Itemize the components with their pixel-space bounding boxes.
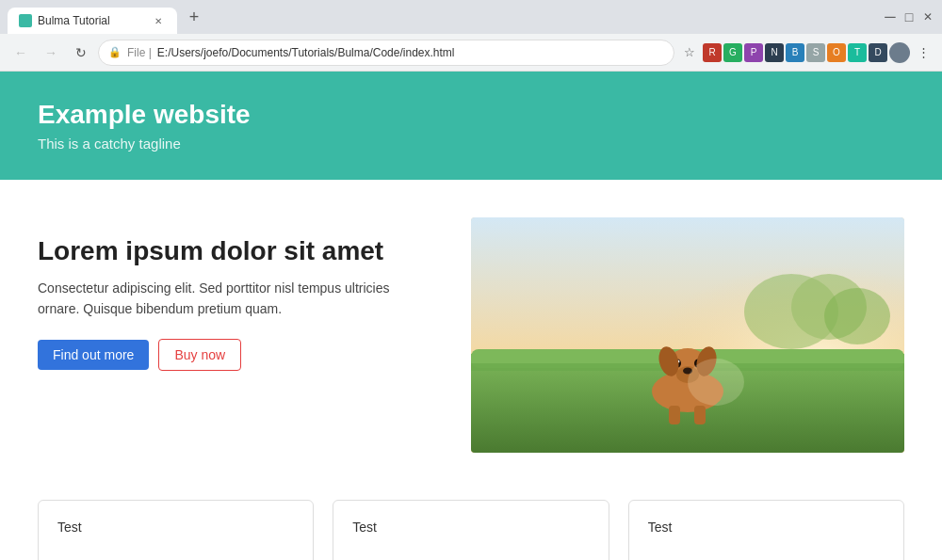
content-left: Lorem ipsum dolor sit amet Consectetur a…	[38, 217, 433, 371]
content-text: Consectetur adipiscing elit. Sed porttit…	[38, 278, 433, 320]
svg-point-20	[688, 359, 744, 406]
toolbar-right-icons: ☆ R G P N B S O T D ⋮	[678, 41, 934, 64]
button-group: Find out more Buy now	[38, 339, 433, 371]
ext-icon-9[interactable]: D	[869, 43, 887, 62]
main-content: Lorem ipsum dolor sit amet Consectetur a…	[0, 180, 942, 481]
card-1-label: Test	[57, 520, 82, 535]
ext-icon-3[interactable]: P	[744, 43, 763, 62]
ext-icon-7[interactable]: O	[827, 43, 846, 62]
hero-title: Example website	[38, 100, 904, 130]
find-out-more-button[interactable]: Find out more	[38, 340, 149, 370]
card-3-label: Test	[648, 520, 673, 535]
more-options-button[interactable]: ⋮	[912, 41, 934, 64]
browser-titlebar: Bulma Tutorial ✕ + ─ □ ✕	[0, 0, 942, 34]
card-2: Test	[333, 500, 609, 560]
browser-toolbar: ← → ↻ 🔒 File | E:/Users/joefo/Documents/…	[0, 34, 942, 72]
tab-close-button[interactable]: ✕	[151, 13, 166, 28]
dog-image-svg	[471, 217, 904, 453]
tab-title: Bulma Tutorial	[38, 14, 145, 27]
buy-now-button[interactable]: Buy now	[158, 339, 241, 371]
close-button[interactable]: ✕	[921, 10, 934, 24]
ext-icon-2[interactable]: G	[723, 43, 742, 62]
content-right	[471, 217, 904, 453]
svg-point-4	[824, 288, 890, 344]
minimize-button[interactable]: ─	[884, 10, 897, 24]
ext-icon-4[interactable]: N	[765, 43, 784, 62]
forward-button[interactable]: →	[38, 40, 64, 66]
extension-icons: R G P N B S O T D	[703, 43, 887, 62]
back-button[interactable]: ←	[8, 40, 34, 66]
address-path: E:/Users/joefo/Documents/Tutorials/Bulma…	[157, 46, 455, 59]
profile-button[interactable]	[889, 42, 910, 63]
browser-tabs: Bulma Tutorial ✕ +	[8, 0, 207, 34]
ext-icon-8[interactable]: T	[848, 43, 867, 62]
svg-rect-18	[669, 406, 680, 424]
page-content: Example website This is a catchy tagline…	[0, 72, 942, 560]
svg-rect-19	[694, 406, 706, 424]
hero-tagline: This is a catchy tagline	[38, 136, 904, 152]
new-tab-button[interactable]: +	[181, 4, 207, 30]
restore-button[interactable]: □	[902, 10, 916, 24]
card-1: Test	[38, 500, 314, 560]
window-controls: ─ □ ✕	[884, 10, 934, 24]
hero-section: Example website This is a catchy tagline	[0, 72, 942, 180]
address-bar[interactable]: 🔒 File | E:/Users/joefo/Documents/Tutori…	[98, 40, 674, 66]
ext-icon-5[interactable]: B	[786, 43, 804, 62]
cards-section: Test Test Test	[0, 481, 942, 560]
bookmark-star-button[interactable]: ☆	[678, 41, 701, 64]
address-lock-icon: 🔒	[108, 46, 122, 58]
reload-button[interactable]: ↻	[68, 40, 94, 66]
card-2-label: Test	[352, 520, 377, 535]
ext-icon-6[interactable]: S	[806, 43, 825, 62]
tab-favicon	[19, 14, 32, 27]
card-3: Test	[628, 500, 904, 560]
ext-icon-1[interactable]: R	[703, 43, 722, 62]
address-scheme: File |	[127, 46, 152, 59]
browser-tab-active[interactable]: Bulma Tutorial ✕	[8, 8, 177, 34]
browser-frame: Bulma Tutorial ✕ + ─ □ ✕ ← → ↻ 🔒 File | …	[0, 0, 942, 560]
content-heading: Lorem ipsum dolor sit amet	[38, 236, 433, 266]
hero-image	[471, 217, 904, 453]
